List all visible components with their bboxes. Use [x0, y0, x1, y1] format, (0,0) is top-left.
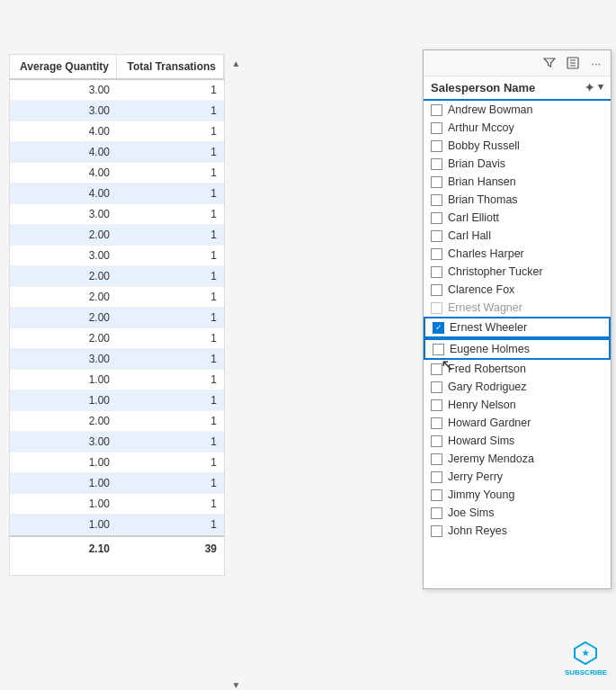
filter-icon[interactable] [540, 54, 558, 72]
scroll-down-arrow[interactable]: ▼ [232, 680, 241, 690]
filter-list-item[interactable]: Arthur Mccoy [424, 119, 611, 137]
filter-item-label: Brian Davis [448, 157, 505, 170]
table-row: 2.00 1 [10, 308, 224, 328]
filter-checkbox[interactable] [431, 507, 442, 519]
chevron-down-icon[interactable]: ▾ [598, 81, 603, 94]
filter-list-item[interactable]: ✓Ernest Wheeler [424, 317, 611, 338]
filter-list-item[interactable]: Howard Gardner [424, 414, 611, 432]
filter-list-item[interactable]: Clarence Fox [424, 281, 611, 299]
cell-total: 1 [117, 411, 224, 431]
cell-avg: 1.00 [10, 494, 117, 514]
filter-checkbox[interactable] [431, 140, 442, 152]
filter-checkbox[interactable] [431, 212, 442, 224]
cell-total: 1 [117, 80, 224, 100]
avg-qty-header: Average Quantity [10, 55, 117, 78]
filter-checkbox[interactable] [431, 176, 442, 188]
filter-item-label: Andrew Bowman [448, 103, 533, 116]
filter-checkbox[interactable] [431, 489, 442, 501]
filter-list-item[interactable]: Howard Sims [424, 432, 611, 450]
cell-avg: 4.00 [10, 163, 117, 183]
filter-panel: ··· Salesperson Name ✦ ▾ Andrew BowmanAr… [423, 49, 612, 589]
scroll-up-arrow[interactable]: ▲ [232, 58, 241, 68]
filter-checkbox[interactable] [431, 525, 442, 537]
cell-total: 1 [117, 184, 224, 203]
subscribe-badge: ★ SUBSCRIBE [565, 640, 607, 677]
filter-item-label: Charles Harper [448, 247, 524, 260]
filter-checkbox[interactable] [431, 363, 442, 375]
table-row: 2.00 1 [10, 225, 224, 246]
table-row: 3.00 1 [10, 246, 224, 266]
filter-checkbox[interactable] [431, 248, 442, 260]
filter-list-item[interactable]: Bobby Russell [424, 137, 611, 155]
filter-checkbox[interactable] [431, 435, 442, 447]
filter-item-label: Fred Robertson [448, 363, 526, 375]
filter-checkbox[interactable] [431, 266, 442, 278]
filter-list-item[interactable]: Brian Hansen [424, 173, 611, 191]
filter-header-icons: ✦ ▾ [585, 81, 603, 94]
cell-avg: 1.00 [10, 390, 117, 410]
filter-list-item[interactable]: Jerry Perry [424, 468, 611, 486]
filter-list-item[interactable]: John Reyes [424, 522, 611, 540]
filter-checkbox[interactable] [431, 417, 442, 429]
cell-avg: 3.00 [10, 349, 117, 369]
cell-total: 1 [117, 349, 224, 369]
cell-total: 1 [117, 101, 224, 121]
filter-list[interactable]: Andrew BowmanArthur MccoyBobby RussellBr… [424, 101, 611, 588]
filter-checkbox[interactable] [431, 399, 442, 411]
cell-total: 1 [117, 142, 224, 162]
cell-avg: 3.00 [10, 432, 117, 452]
filter-checkbox[interactable] [431, 158, 442, 170]
table-row: 1.00 1 [10, 453, 224, 473]
table-row: 1.00 1 [10, 370, 224, 390]
table-row: 4.00 1 [10, 121, 224, 142]
filter-list-item[interactable]: Gary Rodriguez [424, 378, 611, 396]
expand-icon[interactable] [564, 54, 582, 72]
filter-checkbox[interactable] [431, 453, 442, 465]
eraser-icon[interactable]: ✦ [585, 81, 594, 94]
cell-total: 1 [117, 453, 224, 472]
filter-list-item[interactable]: Joe Sims [424, 504, 611, 522]
filter-checkbox[interactable] [433, 344, 444, 355]
filter-item-label: Jerry Perry [448, 470, 503, 483]
table-footer: 2.10 39 [10, 535, 224, 560]
more-options-icon[interactable]: ··· [587, 54, 605, 72]
filter-list-item[interactable]: Jeremy Mendoza [424, 450, 611, 468]
cell-total: 1 [117, 246, 224, 265]
footer-total: 39 [117, 537, 224, 560]
filter-list-item[interactable]: Carl Elliott [424, 209, 611, 227]
total-trans-header: Total Transations [117, 55, 224, 78]
filter-checkbox[interactable] [431, 194, 442, 206]
filter-item-label: Howard Sims [448, 435, 514, 447]
filter-item-label: Bobby Russell [448, 139, 520, 152]
filter-checkbox[interactable] [431, 104, 442, 116]
filter-list-item[interactable]: Brian Davis [424, 155, 611, 173]
filter-item-label: Jimmy Young [448, 488, 514, 501]
filter-item-label: Arthur Mccoy [448, 121, 514, 134]
filter-list-item[interactable]: Eugene Holmes [424, 338, 611, 360]
filter-item-label: John Reyes [448, 524, 507, 537]
filter-list-item[interactable]: Charles Harper [424, 245, 611, 263]
filter-checkbox[interactable] [431, 302, 442, 314]
filter-list-item[interactable]: Brian Thomas [424, 191, 611, 209]
cell-avg: 2.00 [10, 328, 117, 348]
table-row: 1.00 1 [10, 473, 224, 494]
cell-avg: 2.00 [10, 225, 117, 245]
filter-list-item[interactable]: Christopher Tucker [424, 263, 611, 281]
filter-item-label: Eugene Holmes [450, 343, 530, 355]
filter-list-item[interactable]: Jimmy Young [424, 486, 611, 504]
filter-checkbox[interactable] [431, 471, 442, 483]
filter-checkbox[interactable] [431, 122, 442, 134]
filter-checkbox[interactable] [431, 381, 442, 393]
cell-total: 1 [117, 121, 224, 141]
filter-checkbox[interactable] [431, 230, 442, 242]
filter-list-item[interactable]: Fred Robertson [424, 360, 611, 378]
filter-list-item[interactable]: Carl Hall [424, 227, 611, 245]
filter-item-label: Brian Thomas [448, 193, 518, 206]
filter-checkbox[interactable]: ✓ [433, 322, 444, 334]
filter-checkbox[interactable] [431, 284, 442, 296]
filter-list-item[interactable]: Ernest Wagner [424, 299, 611, 317]
filter-list-item[interactable]: Andrew Bowman [424, 101, 611, 119]
cell-avg: 2.00 [10, 411, 117, 431]
filter-list-item[interactable]: Henry Nelson [424, 396, 611, 414]
filter-item-label: Jeremy Mendoza [448, 453, 534, 465]
